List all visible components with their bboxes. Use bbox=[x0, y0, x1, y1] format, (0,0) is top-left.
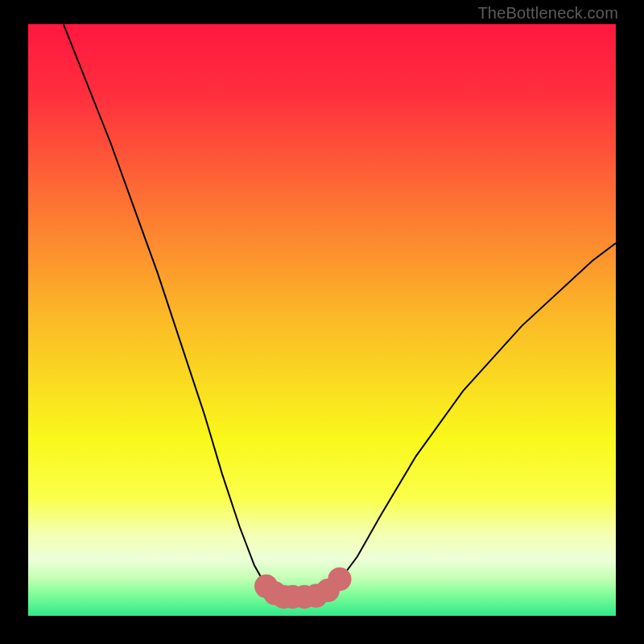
bottleneck-curve bbox=[64, 24, 616, 598]
trough-dots-group bbox=[254, 568, 351, 609]
watermark-text: TheBottleneck.com bbox=[477, 4, 618, 23]
plot-area bbox=[28, 24, 616, 616]
trough-dot bbox=[328, 568, 351, 591]
chart-frame: TheBottleneck.com bbox=[0, 0, 644, 644]
curve-layer bbox=[28, 24, 616, 616]
